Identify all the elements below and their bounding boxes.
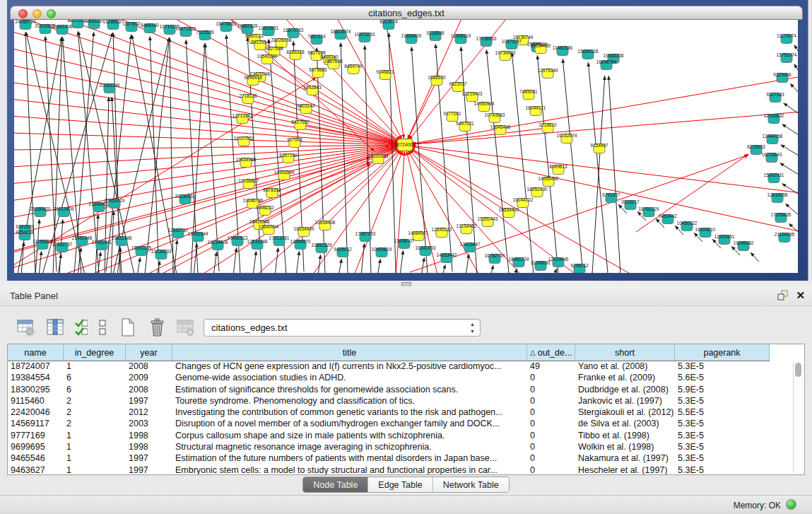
column-header-label: name [24,348,46,358]
tab-edge-table[interactable]: Edge Table [368,477,433,492]
network-edge[interactable] [796,68,798,76]
table-row[interactable]: 2242004622012Investigating the contribut… [8,407,794,418]
vertical-scrollbar[interactable] [793,361,804,474]
column-header-name[interactable]: name [8,344,64,361]
table-row[interactable]: 1456911722003Disruption of a novel membe… [8,418,794,429]
table-cell: 9777169 [8,430,64,441]
table-row[interactable]: 1938455462009Genome-wide association stu… [8,372,794,383]
network-edge[interactable] [233,252,236,273]
table-row[interactable]: 1872400712008Changes of HCN gene express… [8,361,794,372]
network-edge[interactable] [442,269,445,273]
network-edge[interactable] [14,82,394,144]
network-edge[interactable] [784,165,798,177]
network-edge[interactable] [589,66,608,273]
table-selector-dropdown[interactable]: citations_edges.txt ▲▼ [204,319,481,337]
column-header-out-de-[interactable]: △out_de... [527,344,575,361]
delete-column-icon[interactable] [146,317,167,338]
network-node-label: 16648784 [596,59,617,64]
network-edge[interactable] [194,247,196,273]
table-settings-icon[interactable] [16,317,37,338]
network-edge[interactable] [466,258,469,273]
network-edge[interactable] [793,87,798,96]
column-header-title[interactable]: title [172,344,527,361]
table-cell: 2 [64,418,126,429]
table-cell: 6 [64,372,126,383]
network-edge[interactable] [112,101,122,273]
table-row[interactable]: 977716911998Corpus callosum shape and si… [8,430,794,441]
network-edge[interactable] [318,259,320,273]
table-header-row: namein_degreeyeartitle△out_de...shortpag… [8,344,770,361]
network-edge[interactable] [198,151,396,273]
network-node-label: 21104395 [775,232,795,237]
network-node-label: 19046786 [243,198,264,203]
network-edge[interactable] [14,147,394,235]
tab-node-table[interactable]: Node Table [303,477,368,492]
network-edge[interactable] [416,128,548,144]
network-edge[interactable] [137,262,139,273]
network-edge[interactable] [416,76,798,143]
network-edge[interactable] [416,146,798,193]
network-edge[interactable] [14,99,394,144]
show-columns-icon[interactable] [45,317,66,338]
network-node-label: 14584571 [408,230,429,235]
column-header-pagerank[interactable]: pagerank [675,344,770,361]
tab-network-table[interactable]: Network Table [433,477,509,492]
network-node-label: 17205635 [771,212,792,217]
column-header-in-degree[interactable]: in_degree [64,344,126,361]
float-panel-icon[interactable] [777,290,789,301]
network-edge[interactable] [554,272,555,273]
network-edge[interactable] [253,255,256,273]
close-panel-icon[interactable]: ✕ [796,289,805,302]
network-edge[interactable] [361,247,364,273]
network-hub-label: 18724007 [394,142,416,147]
network-edge[interactable] [14,146,394,201]
network-edge[interactable] [14,133,394,145]
table-cell: 5.3E-5 [675,452,770,464]
network-edge[interactable] [39,255,41,273]
column-header-year[interactable]: year [126,344,172,361]
column-header-label: year [140,348,157,358]
table-cell: 2008 [126,384,172,395]
network-edge[interactable] [592,80,604,273]
network-node-label: 18951430 [527,187,548,192]
table-row[interactable]: 1830029562008Estimation of significance … [8,384,794,395]
network-edge[interactable] [490,269,493,273]
network-node-label: 16904210 [695,227,716,232]
network-node-label: 7485081 [519,89,538,94]
network-edge[interactable] [414,151,509,213]
network-canvas[interactable]: 2405572420910655206914062117261310655287… [14,20,798,273]
network-edge[interactable] [339,263,341,273]
network-edge[interactable] [784,147,798,158]
network-edge[interactable] [787,105,798,116]
network-edge[interactable] [514,272,516,273]
network-edge[interactable] [213,256,216,273]
network-window-titlebar[interactable]: citations_edges.txt [10,6,803,20]
table-row[interactable]: 946554611997Estimation of the future num… [8,452,794,464]
scrollbar-thumb[interactable] [795,363,801,377]
network-edge[interactable] [14,80,312,267]
network-edge[interactable] [296,255,299,273]
table-row[interactable]: 911546021997Tourette syndrome. Phenomeno… [8,395,794,407]
table-row[interactable]: 946362711997Embryonic stem cells: a mode… [8,465,794,475]
table-row[interactable]: 969969511998Structural magnetic resonanc… [8,441,794,452]
network-edge[interactable] [786,127,798,137]
network-edge[interactable] [275,252,278,273]
select-rows-icon[interactable] [73,317,88,338]
new-column-icon[interactable] [117,317,139,338]
network-node-label: 16044171 [526,105,546,110]
network-edge[interactable] [14,65,394,143]
network-node-label: 17957253 [355,231,376,236]
network-view[interactable]: 2405572420910655206914062117261310655287… [14,20,798,273]
network-node-label: 9518217 [621,199,640,204]
network-node-label: 9242843 [303,85,322,90]
row-boxes-icon[interactable] [95,317,110,338]
network-edge[interactable] [416,112,798,144]
network-edge[interactable] [410,81,437,136]
network-node-label: 10371197 [502,39,522,44]
network-edge[interactable] [753,256,759,262]
network-edge[interactable] [377,263,379,273]
network-edge[interactable] [400,255,403,273]
memory-status-label: Memory: OK [734,501,781,510]
column-header-short[interactable]: short [575,344,675,361]
network-edge[interactable] [145,42,169,273]
